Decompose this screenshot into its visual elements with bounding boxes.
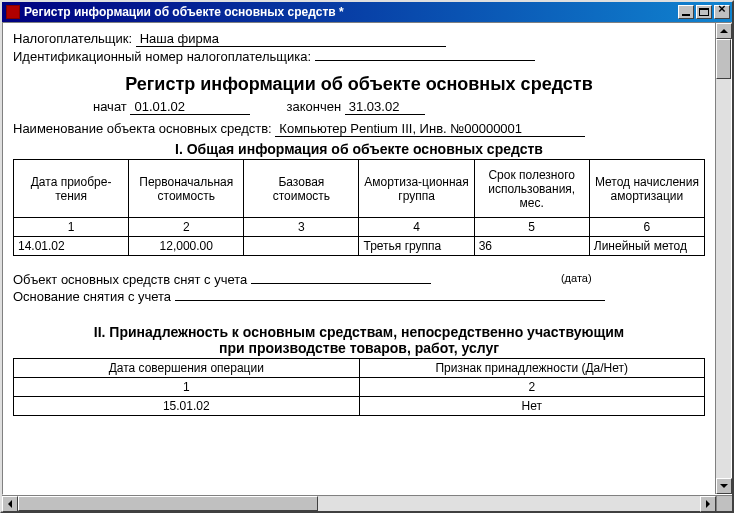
col-num: 3 <box>244 218 359 237</box>
scroll-track[interactable] <box>716 39 731 478</box>
close-button[interactable] <box>714 5 730 19</box>
col-header: Первоначальная стоимость <box>129 160 244 218</box>
dereg-reason-row: Основание снятия с учета <box>13 289 705 304</box>
scroll-left-button[interactable] <box>2 496 18 512</box>
object-label: Наименование объекта основных средств: <box>13 121 272 136</box>
cell: 12,000.00 <box>129 237 244 256</box>
dereg-label: Объект основных средств снят с учета <box>13 272 247 287</box>
inn-value[interactable] <box>315 60 535 61</box>
cell: Линейный метод <box>589 237 704 256</box>
app-icon <box>6 5 20 19</box>
window-title: Регистр информации об объекте основных с… <box>24 5 676 19</box>
cell: Нет <box>359 397 705 416</box>
vertical-scrollbar[interactable] <box>715 23 731 494</box>
section1-table: Дата приобре-тения Первоначальная стоимо… <box>13 159 705 256</box>
period-start-label: начат <box>93 99 127 114</box>
object-value[interactable]: Компьютер Pentium III, Инв. №00000001 <box>275 121 585 137</box>
dereg-row: Объект основных средств снят с учета (да… <box>13 272 705 287</box>
period-start-value[interactable]: 01.01.02 <box>130 99 250 115</box>
dereg-date-hint: (дата) <box>561 272 592 287</box>
col-header: Метод начисления амортизации <box>589 160 704 218</box>
scroll-up-button[interactable] <box>716 23 732 39</box>
table-num-row: 1 2 <box>14 378 705 397</box>
scroll-thumb[interactable] <box>716 39 731 79</box>
dereg-reason-label: Основание снятия с учета <box>13 289 171 304</box>
client-area: Налогоплательщик: Наша фирма Идентификац… <box>2 22 732 495</box>
horizontal-scrollbar[interactable] <box>2 495 732 511</box>
col-num: 1 <box>14 218 129 237</box>
col-header: Дата приобре-тения <box>14 160 129 218</box>
dereg-reason-value[interactable] <box>175 300 605 301</box>
col-header: Амортиза-ционная группа <box>359 160 474 218</box>
table-data-row: 15.01.02 Нет <box>14 397 705 416</box>
inn-label: Идентификационный номер налогоплательщик… <box>13 49 311 64</box>
col-num: 6 <box>589 218 704 237</box>
period-end-label: закончен <box>287 99 342 114</box>
scroll-down-button[interactable] <box>716 478 732 494</box>
main-title: Регистр информации об объекте основных с… <box>13 74 705 95</box>
taxpayer-row: Налогоплательщик: Наша фирма <box>13 31 705 47</box>
titlebar: Регистр информации об объекте основных с… <box>2 2 732 22</box>
scroll-track[interactable] <box>18 496 700 511</box>
table-header-row: Дата приобре-тения Первоначальная стоимо… <box>14 160 705 218</box>
section2-title-l2: при производстве товаров, работ, услуг <box>13 340 705 356</box>
col-num: 4 <box>359 218 474 237</box>
taxpayer-value[interactable]: Наша фирма <box>136 31 446 47</box>
inn-row: Идентификационный номер налогоплательщик… <box>13 49 705 64</box>
col-header: Дата совершения операции <box>14 359 360 378</box>
col-header: Базовая стоимость <box>244 160 359 218</box>
scroll-right-button[interactable] <box>700 496 716 512</box>
section1-title: I. Общая информация об объекте основных … <box>13 141 705 157</box>
document-area: Налогоплательщик: Наша фирма Идентификац… <box>3 23 715 494</box>
col-num: 2 <box>129 218 244 237</box>
table-data-row: 14.01.02 12,000.00 Третья группа 36 Лине… <box>14 237 705 256</box>
section2-table: Дата совершения операции Признак принадл… <box>13 358 705 416</box>
period-end-value[interactable]: 31.03.02 <box>345 99 425 115</box>
maximize-button[interactable] <box>696 5 712 19</box>
col-header: Признак принадлежности (Да/Нет) <box>359 359 705 378</box>
cell: 36 <box>474 237 589 256</box>
col-header: Срок полезного использования, мес. <box>474 160 589 218</box>
col-num: 1 <box>14 378 360 397</box>
period-row: начат 01.01.02 закончен 31.03.02 <box>13 99 705 115</box>
cell: Третья группа <box>359 237 474 256</box>
cell <box>244 237 359 256</box>
dereg-value[interactable] <box>251 283 431 284</box>
cell: 14.01.02 <box>14 237 129 256</box>
cell: 15.01.02 <box>14 397 360 416</box>
taxpayer-label: Налогоплательщик: <box>13 31 132 46</box>
col-num: 5 <box>474 218 589 237</box>
col-num: 2 <box>359 378 705 397</box>
table-num-row: 1 2 3 4 5 6 <box>14 218 705 237</box>
object-row: Наименование объекта основных средств: К… <box>13 121 705 137</box>
section2-title-l1: II. Принадлежность к основным средствам,… <box>13 324 705 340</box>
scroll-corner <box>716 496 732 511</box>
scroll-thumb[interactable] <box>18 496 318 511</box>
minimize-button[interactable] <box>678 5 694 19</box>
app-window: Регистр информации об объекте основных с… <box>0 0 734 513</box>
table-header-row: Дата совершения операции Признак принадл… <box>14 359 705 378</box>
